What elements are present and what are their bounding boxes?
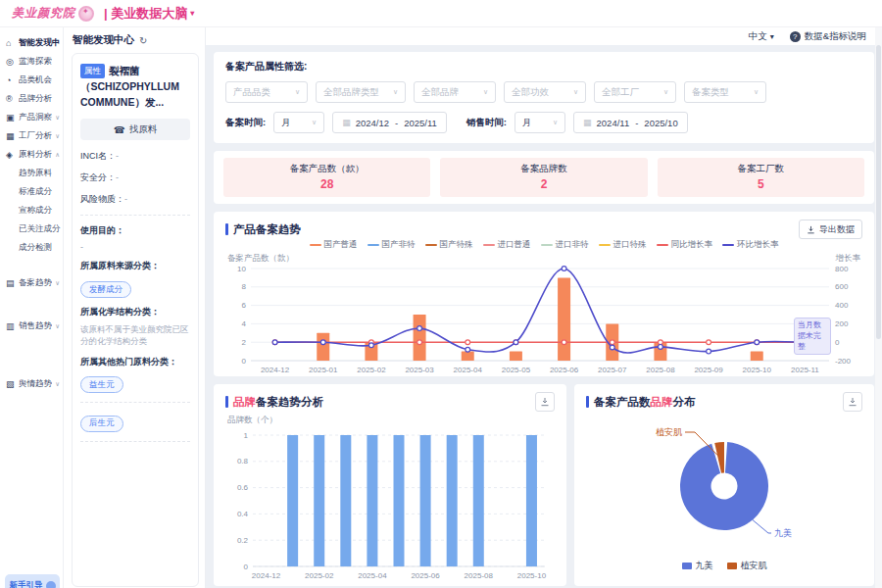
- sidebar-item-1[interactable]: ◎蓝海探索: [0, 52, 63, 71]
- reg-granularity-select[interactable]: 月∨: [273, 112, 324, 133]
- pie-legend-item[interactable]: 植安肌: [727, 560, 767, 572]
- sidebar-item-label: 蓝海探索: [19, 56, 60, 68]
- question-icon: ?: [790, 31, 801, 42]
- filter-select-2[interactable]: 全部品牌∨: [414, 81, 496, 103]
- svg-text:2024-12: 2024-12: [261, 366, 290, 374]
- sale-time-label: 销售时间:: [466, 117, 507, 129]
- sidebar-item-4[interactable]: ▣产品洞察∨: [0, 108, 63, 126]
- guide-badge[interactable]: 新手引导: [5, 574, 60, 588]
- reg-date-range[interactable]: ▦ 2024/12-2025/11: [332, 112, 447, 133]
- app-title-dropdown[interactable]: | 美业数据大脑 ▾: [104, 5, 194, 23]
- svg-text:2025-10: 2025-10: [743, 366, 772, 374]
- filter-select-0[interactable]: 产品品类∨: [225, 81, 308, 103]
- legend-item[interactable]: 国产特殊: [425, 239, 473, 251]
- hot-tag[interactable]: 益生元: [80, 376, 123, 393]
- chevron-down-icon: ▾: [190, 9, 194, 18]
- topbar: 中文 ▾ ? 数据&指标说明: [206, 27, 882, 45]
- sidebar-item-label: 智能发现中心: [19, 37, 60, 49]
- chevron-down-icon: ∨: [295, 88, 300, 96]
- extra-tag[interactable]: 后生元: [80, 416, 123, 432]
- chevron-down-icon: ∨: [483, 88, 488, 96]
- svg-text:2025-05: 2025-05: [502, 366, 531, 374]
- sidebar-subitem-2[interactable]: 宣称成分: [0, 201, 63, 220]
- logo-icon: [78, 6, 94, 22]
- svg-text:-200: -200: [835, 357, 852, 366]
- sidebar-item-9[interactable]: ▧舆情趋势∨: [0, 374, 63, 393]
- sidebar-item-6[interactable]: ◈原料分析∧: [0, 145, 63, 164]
- brand-chart-download-button[interactable]: [535, 392, 555, 412]
- source-tag[interactable]: 发酵成分: [80, 281, 131, 298]
- ingredient-card: 属性裂褶菌（SCHIZOPHYLLUM COMMUNE）发... ☎ 找原料 I…: [72, 53, 199, 587]
- language-selector[interactable]: 中文 ▾: [749, 30, 774, 43]
- sidebar-item-0[interactable]: ⌂智能发现中心: [0, 33, 63, 52]
- legend-item[interactable]: 进口普通: [483, 239, 531, 251]
- brand-trend-title: 品牌备案趋势分析: [225, 395, 323, 410]
- trend-chart-card: 产品备案趋势 导出数据 国产普通国产非特国产特殊进口普通进口非特进口特殊同比增长…: [214, 212, 874, 376]
- sale-date-range[interactable]: ▦ 2024/11-2025/10: [573, 112, 688, 133]
- scrollbar-thumb[interactable]: [876, 45, 881, 339]
- legend-item[interactable]: 进口特殊: [599, 239, 647, 251]
- sidebar-item-label: 品牌分析: [19, 93, 60, 105]
- filter-select-1[interactable]: 全部品牌类型∨: [316, 81, 406, 103]
- svg-text:400: 400: [835, 301, 849, 310]
- ingredient-field-1: 安全分：-: [80, 172, 190, 184]
- filter-select-5[interactable]: 备案类型∨: [684, 81, 766, 103]
- attribute-badge: 属性: [80, 64, 105, 78]
- svg-text:2025-11: 2025-11: [791, 366, 819, 374]
- legend-item[interactable]: 国产非特: [368, 239, 416, 251]
- chevron-down-icon: ∨: [393, 88, 398, 96]
- help-link[interactable]: ? 数据&指标说明: [790, 30, 866, 43]
- svg-text:2025-09: 2025-09: [694, 366, 723, 374]
- app-header: 美业颜究院 | 美业数据大脑 ▾: [0, 0, 882, 27]
- legend-item[interactable]: 同比增长率: [657, 239, 713, 251]
- sidebar-item-3[interactable]: ®品牌分析: [0, 89, 63, 108]
- sentiment-icon: ▧: [6, 379, 16, 389]
- filter-select-3[interactable]: 全部功效∨: [504, 81, 586, 103]
- chevron-down-icon: ∨: [754, 88, 759, 96]
- chevron-down-icon: ∨: [55, 322, 60, 330]
- legend-item[interactable]: 进口非特: [541, 239, 589, 251]
- ingredient-title: 属性裂褶菌（SCHIZOPHYLLUM COMMUNE）发...: [80, 64, 190, 110]
- sidebar-item-5[interactable]: ▦工厂分析∨: [0, 126, 63, 145]
- sidebar-subitem-3[interactable]: 已关注成分: [0, 220, 63, 238]
- chevron-down-icon: ∨: [573, 88, 578, 96]
- legend-item[interactable]: 环比增长率: [722, 239, 779, 251]
- sidebar-subitem-0[interactable]: 趋势原料: [0, 164, 63, 182]
- filter-select-4[interactable]: 全部工厂∨: [594, 81, 676, 103]
- rocket-icon: [46, 581, 56, 588]
- ingredient-field-2: 风险物质：-: [80, 193, 190, 206]
- legend-swatch: [657, 244, 668, 247]
- svg-text:2025-06: 2025-06: [411, 571, 440, 580]
- brand-distribution-chart: 植安肌九美: [586, 412, 862, 559]
- stat-card-2: 备案工厂数5: [658, 158, 864, 197]
- refresh-icon[interactable]: ↻: [139, 35, 147, 46]
- chem-category-label: 所属化学结构分类：: [80, 306, 190, 318]
- legend-item[interactable]: 国产普通: [310, 239, 358, 251]
- chevron-down-icon: ∨: [55, 114, 60, 122]
- stat-value: 2: [440, 177, 647, 191]
- sidebar-subitem-1[interactable]: 标准成分: [0, 182, 63, 201]
- sidebar-subitem-4[interactable]: 成分检测: [0, 238, 63, 257]
- svg-text:10: 10: [237, 265, 246, 273]
- sidebar-item-7[interactable]: ▤备案趋势∨: [0, 273, 63, 292]
- chevron-down-icon: ▾: [770, 32, 774, 41]
- export-data-button[interactable]: 导出数据: [799, 220, 862, 239]
- brand-y-axis-title: 品牌数（个）: [227, 415, 555, 426]
- guide-badge-label: 新手引导: [10, 580, 43, 588]
- legend-swatch: [483, 244, 495, 247]
- sale-granularity-select[interactable]: 月∨: [514, 112, 565, 133]
- legend-swatch: [722, 244, 734, 247]
- sidebar-item-8[interactable]: ▥销售趋势∨: [0, 317, 63, 335]
- trend-chart-title: 产品备案趋势: [225, 222, 301, 237]
- find-ingredient-button[interactable]: ☎ 找原料: [80, 119, 190, 140]
- legend-swatch: [541, 244, 553, 247]
- stat-card-1: 备案品牌数2: [440, 158, 647, 197]
- svg-text:2025-02: 2025-02: [305, 571, 334, 580]
- sidebar-item-2[interactable]: ◔品类机会: [0, 71, 63, 89]
- title-accent-bar: [586, 396, 589, 408]
- distribution-download-button[interactable]: [843, 392, 862, 412]
- svg-text:2025-04: 2025-04: [454, 366, 483, 374]
- pie-legend-item[interactable]: 九美: [682, 560, 713, 572]
- svg-text:2025-01: 2025-01: [309, 366, 338, 374]
- filter-card: 备案产品属性筛选: 产品品类∨全部品牌类型∨全部品牌∨全部功效∨全部工厂∨备案类…: [214, 52, 874, 143]
